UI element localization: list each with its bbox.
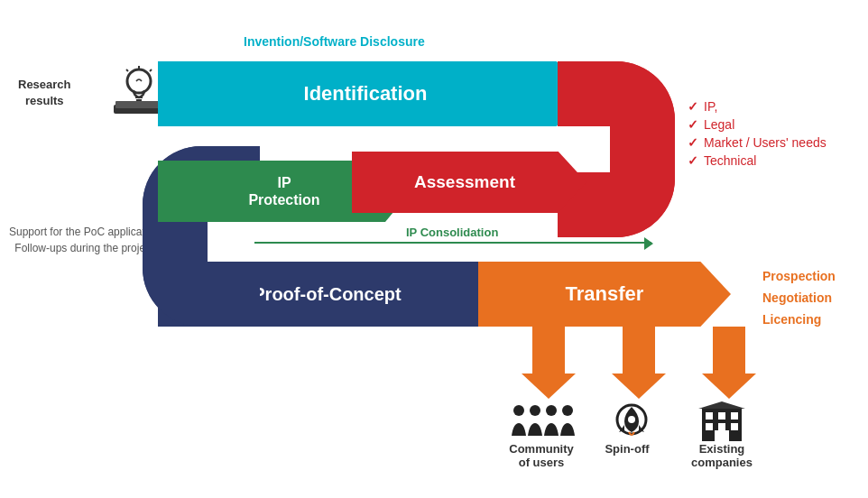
svg-line-7 <box>126 69 128 71</box>
community-users-icon <box>505 401 586 446</box>
check-icon: ✓ <box>688 135 698 150</box>
svg-rect-19 <box>718 423 725 430</box>
svg-rect-16 <box>718 412 725 420</box>
svg-point-10 <box>546 405 557 416</box>
community-users-label: Community of users <box>496 442 586 469</box>
assessment-arrow: Assessment <box>352 152 586 213</box>
svg-point-11 <box>562 405 573 416</box>
svg-rect-15 <box>706 412 713 420</box>
svg-rect-20 <box>731 423 738 430</box>
check-icon: ✓ <box>688 117 698 132</box>
checklist-item-technical: ✓ Technical <box>688 153 826 168</box>
right-labels: Prospection Negotiation Licencing <box>762 266 836 330</box>
assessment-label: Assessment <box>414 172 515 192</box>
checklist-item-market: ✓ Market / Users' needs <box>688 135 826 150</box>
checklist-item-legal: ✓ Legal <box>688 117 826 132</box>
svg-marker-22 <box>698 401 745 409</box>
poc-label: Proof-of-Concept <box>253 284 401 305</box>
svg-rect-18 <box>706 423 713 430</box>
identification-arrow: Identification <box>158 61 591 126</box>
check-icon: ✓ <box>688 153 698 168</box>
identification-label: Identification <box>304 82 428 106</box>
orange-down-arrow-left <box>522 327 576 399</box>
research-results-label: Research results <box>18 77 71 109</box>
svg-line-6 <box>150 69 152 71</box>
orange-down-arrow-right <box>702 327 756 399</box>
diagram-container: Research results Invention/Software Disc… <box>0 0 868 498</box>
svg-rect-1 <box>115 101 162 108</box>
checklist-item-ip: ✓ IP, <box>688 99 826 114</box>
red-u-connector <box>558 61 675 237</box>
svg-point-2 <box>127 69 151 93</box>
orange-down-arrow-center <box>612 327 666 399</box>
svg-point-8 <box>513 405 524 416</box>
svg-rect-17 <box>731 412 738 420</box>
svg-rect-21 <box>715 430 729 441</box>
ip-consolidation-label: IP Consolidation <box>406 226 498 239</box>
svg-point-13 <box>628 416 635 423</box>
ip-consolidation-line <box>254 242 651 244</box>
ip-consolidation-arrowhead <box>644 237 653 250</box>
svg-point-9 <box>530 405 540 416</box>
ip-protection-label: IP Protection <box>248 174 319 208</box>
existing-companies-label: Existing companies <box>677 442 767 469</box>
assessment-checklist: ✓ IP, ✓ Legal ✓ Market / Users' needs ✓ … <box>688 99 826 171</box>
transfer-label: Transfer <box>566 282 644 306</box>
spinoff-label: Spin-off <box>591 442 663 456</box>
transfer-arrow: Transfer <box>478 262 731 327</box>
support-label: Support for the PoC application Follow-u… <box>9 224 160 256</box>
check-icon: ✓ <box>688 99 698 114</box>
invention-disclosure-label: Invention/Software Disclosure <box>244 34 425 49</box>
